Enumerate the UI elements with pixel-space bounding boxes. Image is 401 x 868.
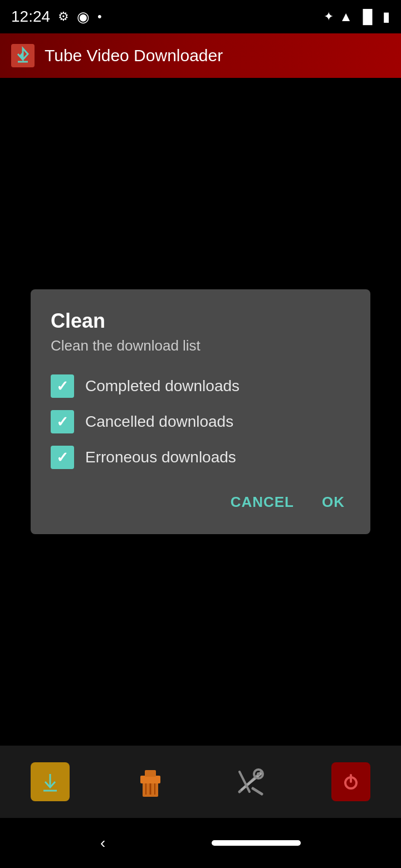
svg-rect-11 bbox=[145, 770, 156, 777]
signal-icon: ▐▌ bbox=[358, 9, 377, 24]
nav-download-icon bbox=[31, 762, 70, 801]
erroneous-checkmark: ✓ bbox=[56, 449, 69, 466]
app-icon bbox=[11, 44, 35, 67]
nav-downloads[interactable] bbox=[22, 757, 78, 807]
nav-power[interactable] bbox=[323, 757, 379, 807]
svg-line-16 bbox=[253, 788, 262, 794]
completed-label: Completed downloads bbox=[85, 377, 239, 395]
dot-status-icon: • bbox=[97, 9, 102, 24]
dialog-overlay: Clean Clean the download list ✓ Complete… bbox=[0, 78, 401, 746]
cancelled-label: Cancelled downloads bbox=[85, 413, 233, 431]
completed-checkmark: ✓ bbox=[56, 378, 69, 395]
status-left: 12:24 ⚙ ◉ • bbox=[11, 8, 102, 26]
erroneous-checkbox[interactable]: ✓ bbox=[51, 446, 74, 469]
shield-status-icon: ◉ bbox=[77, 8, 90, 26]
cancelled-checkbox[interactable]: ✓ bbox=[51, 410, 74, 433]
erroneous-label: Erroneous downloads bbox=[85, 448, 236, 466]
status-bar: 12:24 ⚙ ◉ • ✦ ▲ ▐▌ ▮ bbox=[0, 0, 401, 33]
status-time: 12:24 bbox=[11, 8, 50, 26]
cancelled-checkmark: ✓ bbox=[56, 413, 69, 431]
nav-power-icon bbox=[331, 762, 370, 801]
dialog-subtitle: Clean the download list bbox=[51, 337, 350, 354]
svg-rect-7 bbox=[140, 776, 160, 783]
erroneous-downloads-row: ✓ Erroneous downloads bbox=[51, 446, 350, 469]
nav-clean-icon bbox=[133, 764, 169, 800]
cancelled-downloads-row: ✓ Cancelled downloads bbox=[51, 410, 350, 433]
svg-point-15 bbox=[257, 772, 260, 776]
settings-status-icon: ⚙ bbox=[58, 9, 69, 24]
clean-dialog: Clean Clean the download list ✓ Complete… bbox=[31, 289, 370, 534]
nav-settings[interactable] bbox=[223, 757, 278, 807]
back-button[interactable]: ‹ bbox=[100, 834, 105, 852]
dialog-buttons: CANCEL OK bbox=[51, 486, 350, 519]
battery-icon: ▮ bbox=[383, 9, 390, 24]
status-right: ✦ ▲ ▐▌ ▮ bbox=[324, 9, 390, 24]
bottom-nav bbox=[0, 746, 401, 818]
bottom-nav-wrapper bbox=[0, 746, 401, 818]
home-bar: ‹ bbox=[0, 818, 401, 868]
dialog-title: Clean bbox=[51, 309, 350, 333]
main-content: Clean Clean the download list ✓ Complete… bbox=[0, 78, 401, 746]
wifi-icon: ▲ bbox=[339, 9, 353, 24]
cancel-button[interactable]: CANCEL bbox=[225, 486, 300, 519]
app-bar: Tube Video Downloader bbox=[0, 33, 401, 78]
completed-downloads-row: ✓ Completed downloads bbox=[51, 374, 350, 398]
bluetooth-icon: ✦ bbox=[324, 9, 334, 24]
nav-clean[interactable] bbox=[123, 757, 178, 807]
nav-settings-icon bbox=[233, 764, 269, 800]
ok-button[interactable]: OK bbox=[316, 486, 350, 519]
app-title: Tube Video Downloader bbox=[45, 46, 223, 65]
home-pill[interactable] bbox=[212, 840, 301, 846]
completed-checkbox[interactable]: ✓ bbox=[51, 374, 74, 398]
